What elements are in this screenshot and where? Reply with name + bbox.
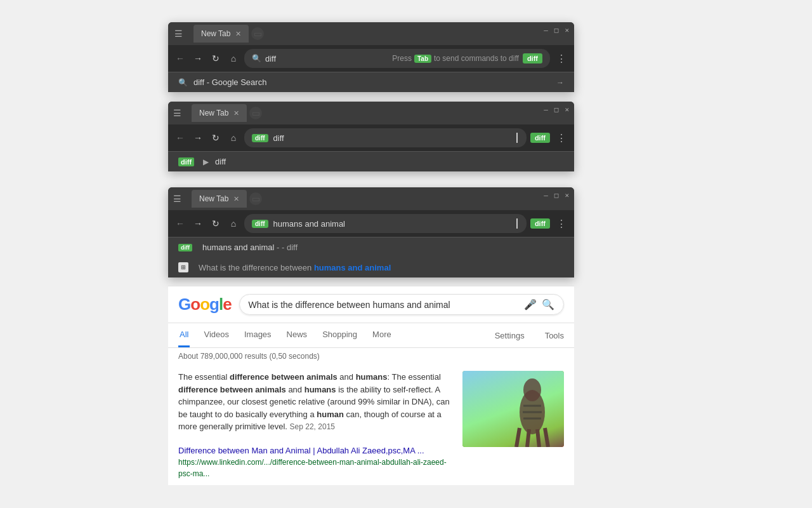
home-btn-3[interactable]: ⌂ bbox=[226, 216, 240, 231]
logo-g2: g bbox=[209, 295, 219, 314]
tab-close-3[interactable]: ✕ bbox=[233, 195, 239, 203]
diff-prefix-badge-3: diff bbox=[252, 220, 268, 228]
address-input-2[interactable]: diff diff bbox=[244, 128, 527, 147]
minimize-btn-1[interactable]: — bbox=[544, 26, 548, 34]
tab-bar-3: New Tab ✕ ▭ bbox=[187, 187, 569, 210]
browser-window-2: ☰ New Tab ✕ ▭ — □ ✕ ← → ↻ ⌂ diff diff di… bbox=[168, 102, 574, 171]
close-btn-3[interactable]: ✕ bbox=[565, 191, 569, 199]
suggestion-dropdown-1: 🔍 diff - Google Search → bbox=[168, 72, 574, 92]
back-btn-1[interactable]: ← bbox=[173, 51, 187, 66]
svg-line-2 bbox=[516, 428, 520, 447]
minimize-btn-3[interactable]: — bbox=[544, 191, 548, 199]
suggestion-suffix-3a: - - diff bbox=[277, 243, 298, 252]
window-controls-1: — □ ✕ bbox=[544, 26, 569, 34]
suggestion-item-3b[interactable]: ⊞ What is the difference between humans … bbox=[168, 257, 574, 277]
svg-point-1 bbox=[523, 378, 541, 401]
cursor-3 bbox=[516, 218, 518, 229]
search-icon-1: 🔍 bbox=[252, 54, 261, 63]
home-btn-2[interactable]: ⌂ bbox=[226, 130, 240, 145]
diff-badge-1[interactable]: diff bbox=[523, 53, 542, 64]
tab-2[interactable]: New Tab ✕ bbox=[192, 104, 247, 122]
menu-dots-2[interactable]: ⋮ bbox=[554, 131, 569, 145]
suggestion-item-1[interactable]: 🔍 diff - Google Search → bbox=[168, 72, 574, 92]
forward-btn-2[interactable]: → bbox=[191, 130, 205, 145]
new-tab-btn-3[interactable]: ▭ bbox=[249, 192, 262, 205]
google-search-bar[interactable]: What is the difference between humans an… bbox=[239, 294, 564, 315]
maximize-btn-1[interactable]: □ bbox=[554, 26, 559, 34]
result-url: https://www.linkedin.com/.../difference-… bbox=[178, 458, 447, 478]
suggestion-text-3b: What is the difference between humans an… bbox=[199, 263, 391, 272]
hamburger-icon-2[interactable]: ☰ bbox=[173, 108, 181, 118]
tab-images[interactable]: Images bbox=[243, 323, 273, 347]
tab-close-2[interactable]: ✕ bbox=[233, 109, 239, 117]
logo-g: G bbox=[178, 295, 190, 314]
google-tabs-nav: All Videos Images News Shopping More Set… bbox=[168, 323, 574, 348]
tab-more[interactable]: More bbox=[371, 323, 393, 347]
tab-shopping[interactable]: Shopping bbox=[321, 323, 358, 347]
window-controls-3: — □ ✕ bbox=[544, 191, 569, 199]
new-tab-btn-1[interactable]: ▭ bbox=[251, 27, 264, 40]
address-bar-row-1: ← → ↻ ⌂ 🔍 diff Press Tab to send command… bbox=[168, 45, 574, 72]
suggestion-item-2[interactable]: diff ▶ diff bbox=[168, 152, 574, 171]
result-link[interactable]: Difference between Man and Animal | Abdu… bbox=[178, 446, 424, 455]
new-tab-btn-2[interactable]: ▭ bbox=[249, 107, 262, 119]
tab-videos[interactable]: Videos bbox=[202, 323, 230, 347]
result-card-1: The essential difference between animals… bbox=[168, 364, 574, 485]
home-btn-1[interactable]: ⌂ bbox=[226, 51, 240, 66]
hamburger-icon-1[interactable]: ☰ bbox=[173, 29, 183, 39]
tab-all[interactable]: All bbox=[178, 323, 190, 347]
address-text-1: diff bbox=[265, 54, 388, 64]
back-btn-2[interactable]: ← bbox=[173, 130, 187, 145]
suggestion-text-3a: humans and animal - - diff bbox=[202, 243, 298, 252]
reload-btn-3[interactable]: ↻ bbox=[209, 216, 223, 231]
address-bar-row-3: ← → ↻ ⌂ diff humans and animal diff ⋮ bbox=[168, 210, 574, 237]
forward-btn-3[interactable]: → bbox=[191, 216, 205, 231]
results-count: About 789,000,000 results (0,50 seconds) bbox=[168, 348, 574, 364]
close-btn-1[interactable]: ✕ bbox=[565, 26, 569, 34]
reload-btn-1[interactable]: ↻ bbox=[209, 51, 223, 66]
svg-line-4 bbox=[537, 429, 539, 447]
browser-window-3: ☰ New Tab ✕ ▭ — □ ✕ ← → ↻ ⌂ diff humans … bbox=[168, 187, 574, 277]
tab-close-1[interactable]: ✕ bbox=[235, 30, 241, 38]
diff-prefix-badge-2: diff bbox=[252, 134, 268, 142]
hamburger-icon-3[interactable]: ☰ bbox=[173, 194, 181, 204]
google-results: Google What is the difference between hu… bbox=[168, 286, 574, 485]
forward-btn-1[interactable]: → bbox=[191, 51, 205, 66]
hint-text: to send commands to diff bbox=[434, 54, 519, 63]
menu-dots-1[interactable]: ⋮ bbox=[554, 51, 569, 66]
browser-window-1: ☰ New Tab ✕ ▭ — □ ✕ ← → ↻ ⌂ 🔍 diff Press… bbox=[168, 22, 574, 92]
title-bar-2: ☰ New Tab ✕ ▭ — □ ✕ bbox=[168, 102, 574, 124]
diff-tag-3b: ⊞ bbox=[178, 262, 188, 272]
svg-line-3 bbox=[527, 429, 529, 447]
suggestion-arrow-2: ▶ bbox=[203, 157, 209, 166]
minimize-btn-2[interactable]: — bbox=[544, 105, 548, 114]
back-btn-3[interactable]: ← bbox=[173, 216, 187, 231]
result-date: Sep 22, 2015 bbox=[290, 422, 335, 431]
suggestion-item-3a[interactable]: diff humans and animal - - diff bbox=[168, 237, 574, 257]
suggestion-bold-3b: humans and animal bbox=[314, 263, 391, 272]
tab-3[interactable]: New Tab ✕ bbox=[192, 190, 247, 208]
google-header: Google What is the difference between hu… bbox=[168, 286, 574, 323]
google-search-text: What is the difference between humans an… bbox=[249, 300, 519, 310]
maximize-btn-2[interactable]: □ bbox=[554, 105, 559, 114]
address-input-3[interactable]: diff humans and animal bbox=[244, 214, 527, 233]
tab-tools[interactable]: Tools bbox=[545, 331, 564, 340]
address-bar-row-2: ← → ↻ ⌂ diff diff diff ⋮ bbox=[168, 124, 574, 151]
tab-1[interactable]: New Tab ✕ bbox=[193, 25, 249, 43]
reload-btn-2[interactable]: ↻ bbox=[209, 130, 223, 145]
press-text: Press bbox=[392, 54, 412, 63]
tab-settings[interactable]: Settings bbox=[495, 331, 525, 340]
maximize-btn-3[interactable]: □ bbox=[554, 191, 559, 199]
address-input-1[interactable]: 🔍 diff Press Tab to send commands to dif… bbox=[244, 49, 550, 68]
close-btn-2[interactable]: ✕ bbox=[565, 105, 569, 114]
diff-badge-3[interactable]: diff bbox=[530, 218, 550, 229]
logo-e: e bbox=[223, 295, 231, 314]
tab-news[interactable]: News bbox=[285, 323, 309, 347]
result-image bbox=[462, 371, 564, 447]
diff-badge-2[interactable]: diff bbox=[530, 133, 550, 143]
mic-icon[interactable]: 🎤 bbox=[524, 298, 537, 311]
menu-dots-3[interactable]: ⋮ bbox=[554, 217, 569, 231]
tab-label-3: New Tab bbox=[199, 194, 228, 203]
search-icon-blue[interactable]: 🔍 bbox=[542, 298, 554, 311]
press-tab-hint: Press Tab to send commands to diff bbox=[392, 54, 519, 63]
